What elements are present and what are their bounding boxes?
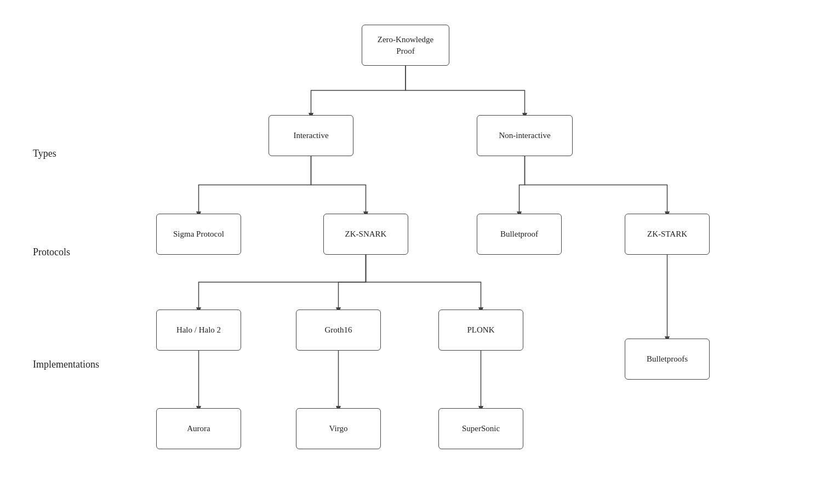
connector-interactive-zksnark bbox=[311, 156, 366, 215]
node-non-interactive: Non-interactive bbox=[477, 115, 573, 156]
diagram-container: TypesProtocolsImplementationsZero-Knowle… bbox=[0, 0, 822, 504]
node-halo: Halo / Halo 2 bbox=[156, 310, 241, 351]
node-zkstark: ZK-STARK bbox=[625, 214, 710, 255]
node-zkp: Zero-Knowledge Proof bbox=[362, 25, 449, 66]
connector-zkp-non-interactive bbox=[406, 66, 525, 116]
node-zksnark: ZK-SNARK bbox=[323, 214, 408, 255]
node-sigma: Sigma Protocol bbox=[156, 214, 241, 255]
types-label: Types bbox=[33, 148, 56, 159]
node-bulletproof: Bulletproof bbox=[477, 214, 562, 255]
connector-zksnark-plonk bbox=[366, 255, 481, 311]
connector-zksnark-halo bbox=[199, 255, 366, 311]
connector-interactive-sigma bbox=[199, 156, 311, 215]
node-plonk: PLONK bbox=[438, 310, 523, 351]
node-virgo: Virgo bbox=[296, 408, 381, 449]
protocols-label: Protocols bbox=[33, 247, 70, 258]
node-interactive: Interactive bbox=[269, 115, 353, 156]
node-bulletproofs: Bulletproofs bbox=[625, 339, 710, 380]
node-aurora: Aurora bbox=[156, 408, 241, 449]
connector-zksnark-groth16 bbox=[339, 255, 366, 311]
node-groth16: Groth16 bbox=[296, 310, 381, 351]
connector-zkp-interactive bbox=[311, 66, 406, 116]
node-supersonic: SuperSonic bbox=[438, 408, 523, 449]
implementations-label: Implementations bbox=[33, 359, 99, 370]
connector-non-interactive-bulletproof bbox=[520, 156, 525, 215]
connector-non-interactive-zkstark bbox=[525, 156, 667, 215]
